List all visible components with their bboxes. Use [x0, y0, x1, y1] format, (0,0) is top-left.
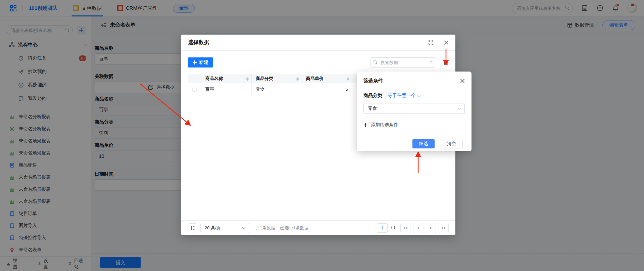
column-label: 商品单价 — [306, 76, 324, 82]
expand-icon[interactable] — [428, 40, 434, 46]
apply-filter-button[interactable]: 筛选 — [412, 139, 435, 148]
close-icon[interactable] — [444, 40, 449, 45]
column-header[interactable]: 商品分类 — [252, 74, 302, 83]
modal-header-icons — [428, 40, 449, 46]
column-header[interactable]: 商品单价 — [302, 74, 352, 83]
popover-title: 筛选条件 — [363, 78, 383, 84]
new-record-label: 新建 — [199, 59, 208, 65]
column-label: 商品名称 — [205, 76, 223, 82]
popover-header: 筛选条件 — [363, 78, 465, 84]
plus-icon — [193, 60, 197, 64]
page-number-input[interactable] — [377, 223, 388, 233]
condition-value: 零食 — [368, 105, 377, 111]
prev-page-button[interactable] — [413, 223, 423, 233]
chevron-down-icon — [458, 106, 461, 110]
operator-label: 等于任意一个 — [388, 93, 416, 99]
chevron-down-icon — [242, 226, 246, 229]
condition-operator-select[interactable]: 等于任意一个 — [388, 93, 420, 99]
chevron-down-icon — [417, 94, 421, 97]
new-record-button[interactable]: 新建 — [188, 57, 213, 67]
next-page-button[interactable] — [426, 223, 436, 233]
cell-product-category: 零食 — [252, 83, 302, 95]
cell-product-name: 百事 — [201, 83, 252, 95]
radio-header-cell — [188, 74, 201, 83]
pagination-info: 共1条数据 已选中1条数据 — [255, 225, 308, 231]
first-page-button[interactable] — [400, 223, 410, 233]
page-size-select[interactable]: 20 条/页 — [200, 223, 249, 233]
add-condition-button[interactable]: 添加筛选条件 — [363, 122, 465, 128]
close-icon[interactable] — [460, 79, 465, 83]
row-height-icon[interactable] — [188, 223, 197, 232]
page-total-label: / 1 — [391, 225, 396, 230]
modal-title: 选择数据 — [188, 39, 209, 46]
modal-pagination: 20 条/页 共1条数据 已选中1条数据 / 1 — [181, 220, 455, 235]
filter-popover: 筛选条件 商品分类 等于任意一个 零食 添加筛选条件 筛选 清空 — [357, 72, 472, 151]
condition-value-select[interactable]: 零食 — [363, 103, 465, 114]
condition-field-label: 商品分类 — [363, 93, 382, 99]
filter-condition-row: 商品分类 等于任意一个 — [363, 93, 465, 99]
sort-icon[interactable] — [347, 77, 349, 81]
toolbar-right — [370, 57, 449, 67]
modal-toolbar: 新建 — [188, 57, 449, 67]
popover-footer: 筛选 清空 — [357, 136, 472, 151]
last-page-button[interactable] — [439, 223, 449, 233]
row-radio-cell — [188, 83, 201, 95]
sort-icon[interactable] — [246, 77, 249, 81]
clear-filter-button[interactable]: 清空 — [441, 139, 463, 148]
search-icon — [373, 60, 378, 64]
modal-search-input[interactable] — [370, 57, 435, 67]
column-header[interactable]: 商品名称 — [201, 74, 252, 83]
row-radio[interactable] — [192, 87, 197, 92]
modal-header: 选择数据 — [181, 35, 455, 51]
total-count: 共1条数据 — [255, 225, 275, 231]
page-size-value: 20 条/页 — [205, 225, 221, 231]
plus-icon — [363, 123, 367, 127]
modal-search — [370, 57, 435, 67]
pagination-controls: / 1 — [377, 223, 449, 233]
app-screen: 191创建团队 文档数据 CRM客户管理 全部 — [0, 0, 644, 271]
add-condition-label: 添加筛选条件 — [371, 122, 398, 128]
sort-icon[interactable] — [296, 77, 299, 81]
selected-count: 已选中1条数据 — [280, 225, 308, 231]
cell-product-price: 5 — [302, 83, 352, 95]
filter-icon[interactable] — [443, 59, 449, 65]
column-label: 商品分类 — [256, 76, 273, 82]
